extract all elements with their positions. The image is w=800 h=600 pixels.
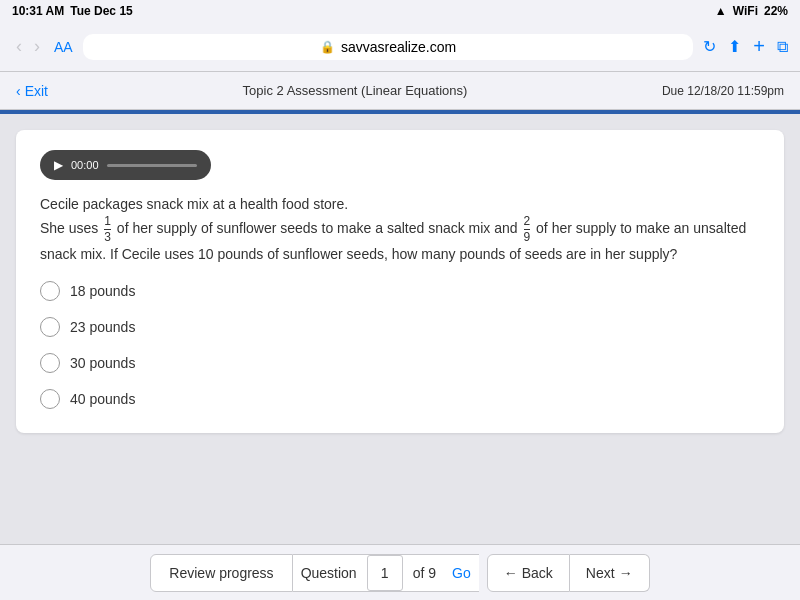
question-of: of 9: [405, 555, 444, 591]
browser-actions: ↻ ⬆ + ⧉: [703, 35, 788, 58]
reader-mode-button[interactable]: AA: [54, 39, 73, 55]
answer-option-d[interactable]: 40 pounds: [40, 389, 760, 409]
next-button[interactable]: Next →: [570, 554, 650, 592]
lock-icon: 🔒: [320, 40, 335, 54]
browser-nav: ‹ ›: [12, 34, 44, 59]
fraction1-numerator: 1: [104, 215, 111, 230]
question-line2: She uses 1 3 of her supply of sunflower …: [40, 215, 760, 265]
url-text: savvasrealize.com: [341, 39, 456, 55]
back-button[interactable]: ← Back: [487, 554, 570, 592]
question-nav: Question of 9 Go: [293, 554, 479, 592]
fraction1: 1 3: [104, 215, 111, 244]
question-number-input[interactable]: [367, 555, 403, 591]
time: 10:31 AM: [12, 4, 64, 18]
signal-icon: ▲: [715, 4, 727, 18]
question-text: Cecile packages snack mix at a health fo…: [40, 194, 760, 265]
question-line1: Cecile packages snack mix at a health fo…: [40, 194, 760, 215]
browser-chrome: ‹ › AA 🔒 savvasrealize.com ↻ ⬆ + ⧉: [0, 22, 800, 72]
status-bar: 10:31 AM Tue Dec 15 ▲ WiFi 22%: [0, 0, 800, 22]
nav-buttons: ← Back Next →: [479, 554, 650, 592]
next-label: Next: [586, 565, 615, 581]
due-date: Due 12/18/20 11:59pm: [662, 84, 784, 98]
radio-d[interactable]: [40, 389, 60, 409]
back-chevron-icon: ‹: [16, 83, 21, 99]
wifi-icon: WiFi: [733, 4, 758, 18]
answer-options: 18 pounds 23 pounds 30 pounds 40 pounds: [40, 281, 760, 409]
answer-label-b: 23 pounds: [70, 319, 135, 335]
go-button[interactable]: Go: [444, 555, 479, 591]
exit-button[interactable]: ‹ Exit: [16, 83, 48, 99]
share-button[interactable]: ⬆: [728, 37, 741, 56]
text-she-uses: She uses: [40, 220, 98, 236]
answer-option-c[interactable]: 30 pounds: [40, 353, 760, 373]
assessment-title: Topic 2 Assessment (Linear Equations): [243, 83, 468, 98]
status-right: ▲ WiFi 22%: [715, 4, 788, 18]
review-progress-button[interactable]: Review progress: [150, 554, 292, 592]
radio-a[interactable]: [40, 281, 60, 301]
battery: 22%: [764, 4, 788, 18]
audio-player[interactable]: ▶ 00:00: [40, 150, 211, 180]
add-tab-button[interactable]: +: [753, 35, 765, 58]
answer-option-b[interactable]: 23 pounds: [40, 317, 760, 337]
tabs-button[interactable]: ⧉: [777, 38, 788, 56]
fraction2-numerator: 2: [524, 215, 531, 230]
forward-nav-button[interactable]: ›: [30, 34, 44, 59]
refresh-button[interactable]: ↻: [703, 37, 716, 56]
back-arrow-icon: ←: [504, 565, 518, 581]
address-bar[interactable]: 🔒 savvasrealize.com: [83, 34, 694, 60]
exit-label: Exit: [25, 83, 48, 99]
radio-c[interactable]: [40, 353, 60, 373]
main-content: ▶ 00:00 Cecile packages snack mix at a h…: [0, 114, 800, 544]
status-left: 10:31 AM Tue Dec 15: [12, 4, 133, 18]
fraction1-denominator: 3: [104, 230, 111, 244]
answer-option-a[interactable]: 18 pounds: [40, 281, 760, 301]
answer-label-d: 40 pounds: [70, 391, 135, 407]
back-label: Back: [522, 565, 553, 581]
app-header: ‹ Exit Topic 2 Assessment (Linear Equati…: [0, 72, 800, 110]
question-card: ▶ 00:00 Cecile packages snack mix at a h…: [16, 130, 784, 433]
question-label: Question: [293, 555, 365, 591]
bottom-bar: Review progress Question of 9 Go ← Back …: [0, 544, 800, 600]
date: Tue Dec 15: [70, 4, 132, 18]
answer-label-a: 18 pounds: [70, 283, 135, 299]
audio-time: 00:00: [71, 159, 99, 171]
next-arrow-icon: →: [619, 565, 633, 581]
answer-label-c: 30 pounds: [70, 355, 135, 371]
fraction2: 2 9: [524, 215, 531, 244]
play-icon: ▶: [54, 158, 63, 172]
radio-b[interactable]: [40, 317, 60, 337]
text-salted: of her supply of sunflower seeds to make…: [117, 220, 518, 236]
back-nav-button[interactable]: ‹: [12, 34, 26, 59]
fraction2-denominator: 9: [524, 230, 531, 244]
audio-progress-bar: [107, 164, 197, 167]
